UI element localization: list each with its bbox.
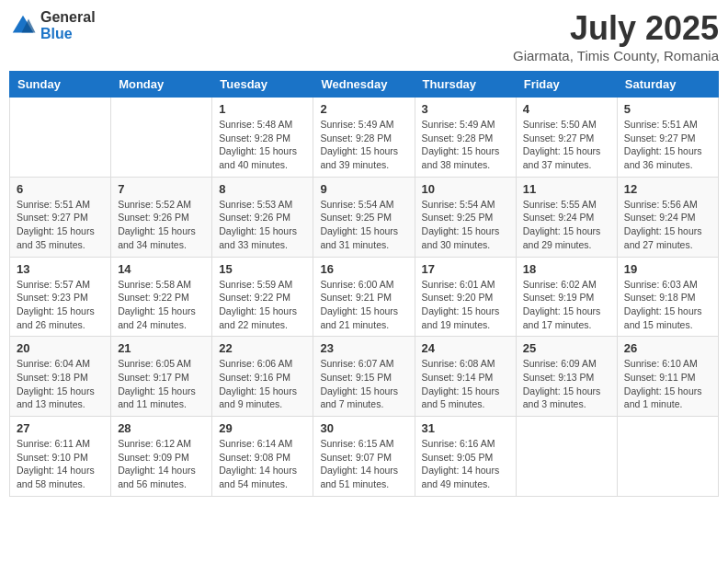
calendar-week-4: 20Sunrise: 6:04 AM Sunset: 9:18 PM Dayli…	[10, 337, 719, 417]
calendar-cell: 4Sunrise: 5:50 AM Sunset: 9:27 PM Daylig…	[516, 98, 617, 178]
day-number: 16	[320, 262, 407, 276]
calendar-week-1: 1Sunrise: 5:48 AM Sunset: 9:28 PM Daylig…	[10, 98, 719, 178]
calendar-cell: 1Sunrise: 5:48 AM Sunset: 9:28 PM Daylig…	[212, 98, 313, 178]
day-info: Sunrise: 5:55 AM Sunset: 9:24 PM Dayligh…	[523, 198, 610, 252]
calendar-cell: 13Sunrise: 5:57 AM Sunset: 9:23 PM Dayli…	[10, 257, 111, 337]
logo: General Blue	[9, 9, 96, 41]
day-info: Sunrise: 6:14 AM Sunset: 9:08 PM Dayligh…	[219, 437, 306, 491]
day-number: 5	[624, 102, 711, 116]
calendar-cell: 21Sunrise: 6:05 AM Sunset: 9:17 PM Dayli…	[111, 337, 212, 417]
weekday-header-saturday: Saturday	[617, 72, 718, 98]
calendar-cell: 6Sunrise: 5:51 AM Sunset: 9:27 PM Daylig…	[10, 177, 111, 257]
day-info: Sunrise: 6:12 AM Sunset: 9:09 PM Dayligh…	[118, 437, 205, 491]
calendar-cell: 20Sunrise: 6:04 AM Sunset: 9:18 PM Dayli…	[10, 337, 111, 417]
day-info: Sunrise: 6:11 AM Sunset: 9:10 PM Dayligh…	[17, 437, 104, 491]
day-info: Sunrise: 5:54 AM Sunset: 9:25 PM Dayligh…	[320, 198, 407, 252]
day-info: Sunrise: 6:04 AM Sunset: 9:18 PM Dayligh…	[17, 357, 104, 411]
weekday-header-monday: Monday	[111, 72, 212, 98]
day-number: 31	[422, 421, 509, 435]
day-info: Sunrise: 5:54 AM Sunset: 9:25 PM Dayligh…	[422, 198, 509, 252]
day-info: Sunrise: 5:51 AM Sunset: 9:27 PM Dayligh…	[624, 118, 711, 172]
calendar-cell: 8Sunrise: 5:53 AM Sunset: 9:26 PM Daylig…	[212, 177, 313, 257]
day-info: Sunrise: 6:03 AM Sunset: 9:18 PM Dayligh…	[624, 278, 711, 332]
day-info: Sunrise: 6:07 AM Sunset: 9:15 PM Dayligh…	[320, 357, 407, 411]
day-number: 2	[320, 102, 407, 116]
day-info: Sunrise: 6:09 AM Sunset: 9:13 PM Dayligh…	[523, 357, 610, 411]
weekday-header-friday: Friday	[516, 72, 617, 98]
day-info: Sunrise: 6:06 AM Sunset: 9:16 PM Dayligh…	[219, 357, 306, 411]
logo-blue-text: Blue	[40, 26, 96, 42]
day-info: Sunrise: 6:15 AM Sunset: 9:07 PM Dayligh…	[320, 437, 407, 491]
day-info: Sunrise: 5:49 AM Sunset: 9:28 PM Dayligh…	[422, 118, 509, 172]
day-number: 19	[624, 262, 711, 276]
weekday-header-wednesday: Wednesday	[313, 72, 415, 98]
calendar-cell: 17Sunrise: 6:01 AM Sunset: 9:20 PM Dayli…	[415, 257, 516, 337]
day-number: 12	[624, 182, 711, 196]
day-info: Sunrise: 5:59 AM Sunset: 9:22 PM Dayligh…	[219, 278, 306, 332]
day-info: Sunrise: 5:49 AM Sunset: 9:28 PM Dayligh…	[320, 118, 407, 172]
day-number: 9	[320, 182, 407, 196]
day-number: 3	[422, 102, 509, 116]
day-number: 7	[118, 182, 205, 196]
day-info: Sunrise: 6:05 AM Sunset: 9:17 PM Dayligh…	[118, 357, 205, 411]
calendar-cell	[617, 417, 718, 497]
day-info: Sunrise: 6:10 AM Sunset: 9:11 PM Dayligh…	[624, 357, 711, 411]
day-number: 21	[118, 341, 205, 355]
calendar-cell: 3Sunrise: 5:49 AM Sunset: 9:28 PM Daylig…	[415, 98, 516, 178]
day-info: Sunrise: 5:58 AM Sunset: 9:22 PM Dayligh…	[118, 278, 205, 332]
calendar-cell: 23Sunrise: 6:07 AM Sunset: 9:15 PM Dayli…	[313, 337, 415, 417]
day-number: 26	[624, 341, 711, 355]
calendar-cell: 14Sunrise: 5:58 AM Sunset: 9:22 PM Dayli…	[111, 257, 212, 337]
title-area: July 2025 Giarmata, Timis County, Romani…	[513, 9, 719, 63]
day-number: 25	[523, 341, 610, 355]
day-number: 14	[118, 262, 205, 276]
calendar-cell: 15Sunrise: 5:59 AM Sunset: 9:22 PM Dayli…	[212, 257, 313, 337]
day-info: Sunrise: 5:51 AM Sunset: 9:27 PM Dayligh…	[17, 198, 104, 252]
calendar-cell: 22Sunrise: 6:06 AM Sunset: 9:16 PM Dayli…	[212, 337, 313, 417]
calendar-week-3: 13Sunrise: 5:57 AM Sunset: 9:23 PM Dayli…	[10, 257, 719, 337]
day-info: Sunrise: 6:16 AM Sunset: 9:05 PM Dayligh…	[422, 437, 509, 491]
day-number: 11	[523, 182, 610, 196]
weekday-header-row: SundayMondayTuesdayWednesdayThursdayFrid…	[10, 72, 719, 98]
calendar-cell: 16Sunrise: 6:00 AM Sunset: 9:21 PM Dayli…	[313, 257, 415, 337]
calendar-cell: 25Sunrise: 6:09 AM Sunset: 9:13 PM Dayli…	[516, 337, 617, 417]
day-number: 28	[118, 421, 205, 435]
page-header: General Blue July 2025 Giarmata, Timis C…	[9, 9, 719, 63]
calendar-cell	[516, 417, 617, 497]
weekday-header-sunday: Sunday	[10, 72, 111, 98]
calendar-cell: 24Sunrise: 6:08 AM Sunset: 9:14 PM Dayli…	[415, 337, 516, 417]
day-number: 17	[422, 262, 509, 276]
day-number: 15	[219, 262, 306, 276]
day-info: Sunrise: 5:53 AM Sunset: 9:26 PM Dayligh…	[219, 198, 306, 252]
calendar-cell: 19Sunrise: 6:03 AM Sunset: 9:18 PM Dayli…	[617, 257, 718, 337]
weekday-header-tuesday: Tuesday	[212, 72, 313, 98]
day-number: 10	[422, 182, 509, 196]
weekday-header-thursday: Thursday	[415, 72, 516, 98]
calendar-subtitle: Giarmata, Timis County, Romania	[513, 48, 719, 63]
day-number: 30	[320, 421, 407, 435]
calendar-table: SundayMondayTuesdayWednesdayThursdayFrid…	[9, 71, 719, 497]
calendar-title: July 2025	[513, 9, 719, 48]
calendar-cell	[111, 98, 212, 178]
day-number: 18	[523, 262, 610, 276]
day-number: 27	[17, 421, 104, 435]
day-info: Sunrise: 5:52 AM Sunset: 9:26 PM Dayligh…	[118, 198, 205, 252]
day-number: 8	[219, 182, 306, 196]
day-info: Sunrise: 5:57 AM Sunset: 9:23 PM Dayligh…	[17, 278, 104, 332]
calendar-week-2: 6Sunrise: 5:51 AM Sunset: 9:27 PM Daylig…	[10, 177, 719, 257]
calendar-cell	[10, 98, 111, 178]
day-number: 6	[17, 182, 104, 196]
calendar-cell: 10Sunrise: 5:54 AM Sunset: 9:25 PM Dayli…	[415, 177, 516, 257]
calendar-cell: 5Sunrise: 5:51 AM Sunset: 9:27 PM Daylig…	[617, 98, 718, 178]
day-info: Sunrise: 5:48 AM Sunset: 9:28 PM Dayligh…	[219, 118, 306, 172]
day-number: 29	[219, 421, 306, 435]
day-info: Sunrise: 5:56 AM Sunset: 9:24 PM Dayligh…	[624, 198, 711, 252]
day-number: 24	[422, 341, 509, 355]
calendar-cell: 9Sunrise: 5:54 AM Sunset: 9:25 PM Daylig…	[313, 177, 415, 257]
day-number: 13	[17, 262, 104, 276]
calendar-cell: 31Sunrise: 6:16 AM Sunset: 9:05 PM Dayli…	[415, 417, 516, 497]
calendar-cell: 29Sunrise: 6:14 AM Sunset: 9:08 PM Dayli…	[212, 417, 313, 497]
logo-icon	[9, 12, 37, 40]
day-number: 22	[219, 341, 306, 355]
calendar-cell: 2Sunrise: 5:49 AM Sunset: 9:28 PM Daylig…	[313, 98, 415, 178]
